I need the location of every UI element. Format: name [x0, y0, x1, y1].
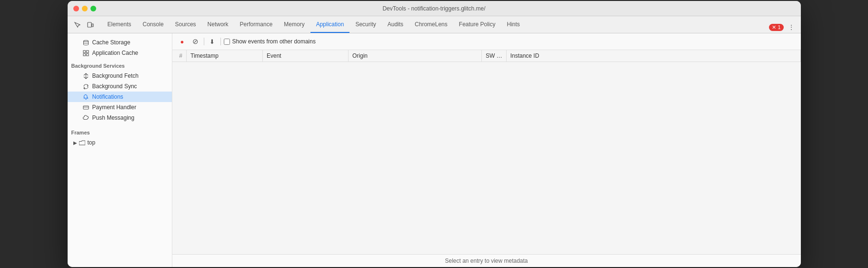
show-events-label: Show events from other domains — [232, 38, 316, 45]
content-area: ● ⊘ ⬇ Show events from other domains — [172, 33, 801, 267]
sidebar-item-notifications-label: Notifications — [92, 93, 123, 100]
tab-sources[interactable]: Sources — [170, 16, 202, 33]
sidebar-item-background-sync[interactable]: Background Sync — [68, 81, 172, 92]
status-bar: Select an entry to view metadata — [172, 254, 801, 267]
grid-icon — [83, 50, 90, 56]
sidebar-item-application-cache-label: Application Cache — [92, 50, 139, 56]
card-icon — [83, 104, 90, 111]
download-button[interactable]: ⬇ — [207, 36, 218, 47]
tab-memory[interactable]: Memory — [278, 16, 310, 33]
frames-label: Frames — [68, 125, 172, 137]
svg-rect-6 — [87, 53, 89, 56]
frames-top-label: top — [88, 139, 96, 146]
sidebar-item-background-fetch[interactable]: Background Fetch — [68, 71, 172, 81]
sync-icon — [83, 83, 90, 90]
error-icon: ✕ — [772, 24, 776, 31]
sidebar-item-frames-top[interactable]: ▶ top — [68, 137, 172, 148]
main-area: Cache Storage Application Cache Backgrou… — [68, 33, 801, 267]
sidebar-item-push-messaging[interactable]: Push Messaging — [68, 113, 172, 123]
tab-right-group: ✕ 1 ⋮ — [769, 21, 797, 33]
stack-icon — [83, 39, 90, 46]
notifications-table: # Timestamp Event Origin SW … Instance I… — [172, 50, 801, 62]
col-header-event: Event — [263, 50, 349, 62]
sidebar-item-cache-storage-label: Cache Storage — [92, 39, 130, 46]
icon-group — [71, 16, 102, 33]
sidebar-item-cache-storage[interactable]: Cache Storage — [68, 37, 172, 48]
tab-audits[interactable]: Audits — [382, 16, 409, 33]
svg-rect-8 — [83, 106, 89, 109]
tab-security[interactable]: Security — [349, 16, 381, 33]
folder-icon — [79, 139, 86, 146]
window-title: DevTools - notification-triggers.glitch.… — [382, 5, 485, 12]
sidebar-item-push-messaging-label: Push Messaging — [92, 114, 135, 121]
cursor-icon[interactable] — [71, 19, 83, 31]
stop-button[interactable]: ⊘ — [190, 36, 201, 47]
col-header-origin: Origin — [349, 50, 482, 62]
error-badge[interactable]: ✕ 1 — [769, 24, 783, 31]
svg-rect-1 — [92, 24, 93, 27]
chevron-right-icon: ▶ — [73, 140, 77, 145]
close-button[interactable] — [73, 6, 79, 11]
sidebar-item-bg-sync-label: Background Sync — [92, 83, 137, 90]
col-header-instance-id: Instance ID — [506, 50, 800, 62]
col-header-sw: SW … — [482, 50, 507, 62]
sidebar-item-application-cache[interactable]: Application Cache — [68, 48, 172, 58]
error-count: 1 — [778, 24, 780, 30]
devtools-tabbar: Elements Console Sources Network Perform… — [68, 16, 801, 33]
toolbar-divider-2 — [220, 38, 221, 45]
bell-icon — [83, 93, 90, 100]
show-events-checkbox[interactable] — [224, 39, 230, 45]
record-button[interactable]: ● — [177, 36, 188, 47]
more-options-icon[interactable]: ⋮ — [786, 21, 797, 33]
frames-section: Frames ▶ top — [68, 125, 172, 148]
devtools-window: DevTools - notification-triggers.glitch.… — [68, 1, 801, 267]
tab-performance[interactable]: Performance — [234, 16, 279, 33]
notifications-table-container: # Timestamp Event Origin SW … Instance I… — [172, 50, 801, 254]
tab-chromelens[interactable]: ChromeLens — [409, 16, 453, 33]
sidebar-item-notifications[interactable]: Notifications — [68, 92, 172, 102]
col-header-timestamp: Timestamp — [187, 50, 263, 62]
sidebar-item-payment-handler-label: Payment Handler — [92, 104, 137, 111]
title-bar: DevTools - notification-triggers.glitch.… — [68, 1, 801, 16]
maximize-button[interactable] — [90, 6, 96, 11]
sidebar-item-bg-fetch-label: Background Fetch — [92, 72, 139, 79]
device-icon[interactable] — [85, 19, 96, 31]
tab-application[interactable]: Application — [310, 16, 350, 33]
notifications-toolbar: ● ⊘ ⬇ Show events from other domains — [172, 33, 801, 50]
arrows-icon — [83, 72, 90, 79]
tab-feature-policy[interactable]: Feature Policy — [453, 16, 501, 33]
svg-rect-5 — [83, 53, 86, 56]
tab-network[interactable]: Network — [202, 16, 234, 33]
traffic-lights — [73, 6, 96, 11]
svg-rect-3 — [83, 51, 86, 53]
tab-hints[interactable]: Hints — [501, 16, 526, 33]
toolbar-divider — [204, 38, 204, 45]
status-text: Select an entry to view metadata — [445, 258, 528, 264]
bg-services-label: Background Services — [68, 58, 172, 71]
minimize-button[interactable] — [82, 6, 88, 11]
svg-rect-4 — [87, 51, 89, 53]
sidebar: Cache Storage Application Cache Backgrou… — [68, 33, 172, 267]
show-events-checkbox-label[interactable]: Show events from other domains — [224, 38, 316, 45]
col-header-num: # — [172, 50, 187, 62]
sidebar-item-payment-handler[interactable]: Payment Handler — [68, 102, 172, 113]
tab-console[interactable]: Console — [137, 16, 170, 33]
cloud-icon — [83, 114, 90, 121]
tab-elements[interactable]: Elements — [102, 16, 137, 33]
table-header-row: # Timestamp Event Origin SW … Instance I… — [172, 50, 801, 62]
svg-point-2 — [84, 40, 89, 41]
svg-rect-0 — [88, 22, 91, 27]
